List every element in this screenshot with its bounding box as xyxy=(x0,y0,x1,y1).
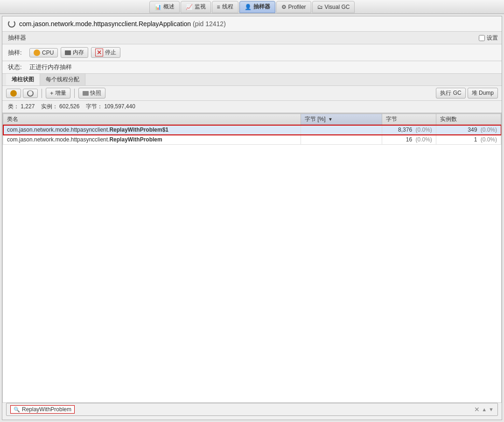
table-row[interactable]: com.jason.network.mode.httpasyncclient.R… xyxy=(3,125,501,135)
tab-bar: 📊 概述 📈 监视 ≡ 线程 👤 抽样器 ⚙ Profiler 🗂 Visual… xyxy=(0,0,504,14)
classes-label: 类： xyxy=(8,103,19,110)
profiler-icon: ⚙ xyxy=(281,4,287,10)
tab-monitor-label: 监视 xyxy=(195,3,206,11)
dump-label: 堆 Dump xyxy=(472,89,494,97)
row2-instances-value: 1 xyxy=(474,136,477,143)
pause-btn[interactable] xyxy=(6,89,21,98)
row1-bytes-pct-val: (0.0%) xyxy=(415,127,432,133)
row2-instances: 1 (0.0%) xyxy=(436,135,501,145)
stop-btn-label: 停止 xyxy=(105,49,116,56)
tab-overview-label: 概述 xyxy=(163,3,175,11)
bytes-label: 字节： xyxy=(86,103,103,110)
table-row[interactable]: com.jason.network.mode.httpasyncclient.R… xyxy=(3,135,501,145)
increase-label: 增量 xyxy=(55,89,66,97)
col-class-label: 类名 xyxy=(7,116,18,122)
sampler-toolbar-label: 抽样器 xyxy=(6,34,26,42)
col-header-bytes[interactable]: 字节 xyxy=(382,114,436,125)
gc-icon: 🗂 xyxy=(317,4,323,10)
classes-value: 1,227 xyxy=(21,103,35,110)
instances-value: 602,526 xyxy=(59,103,79,110)
row2-bytes: 16 (0.0%) xyxy=(382,135,436,145)
app-name: com.jason.network.mode.httpasyncclient.R… xyxy=(19,20,191,28)
bytes-value: 109,597,440 xyxy=(104,103,135,110)
stop-btn-icon: ✕ xyxy=(95,49,103,56)
sample-section: 抽样: CPU 内存 ✕ 停止 xyxy=(2,44,502,61)
row2-bytes-pct xyxy=(301,135,382,145)
snapshot-icon xyxy=(83,91,89,96)
divider xyxy=(42,89,42,98)
rotate-icon xyxy=(27,90,34,97)
data-table: 类名 字节 [%] ▼ 字节 实例数 xyxy=(3,113,501,145)
memory-btn-label: 内存 xyxy=(73,49,84,56)
settings-label: 设置 xyxy=(487,34,498,42)
snapshot-label: 快照 xyxy=(90,89,101,97)
action-left: + 增量 快照 xyxy=(6,88,105,98)
heap-histogram-label: 堆柱状图 xyxy=(12,76,34,83)
memory-btn-icon xyxy=(65,50,71,55)
tab-threads[interactable]: ≡ 线程 xyxy=(212,1,238,13)
divider2 xyxy=(74,89,75,98)
sampler-icon: 👤 xyxy=(245,4,252,10)
tab-sampler[interactable]: 👤 抽样器 xyxy=(239,1,275,13)
col-bytes-pct-label: 字节 [%] xyxy=(305,116,326,122)
gc-label: 执行 GC xyxy=(440,89,461,97)
monitor-icon: 📈 xyxy=(186,4,193,10)
memory-button[interactable]: 内存 xyxy=(61,47,88,58)
sample-label: 抽样: xyxy=(8,49,27,57)
bottom-right-controls: ✕ ▲ ▼ xyxy=(474,406,494,413)
tab-visual-gc[interactable]: 🗂 Visual GC xyxy=(312,1,355,13)
tab-monitor[interactable]: 📈 监视 xyxy=(181,1,211,13)
action-right: 执行 GC 堆 Dump xyxy=(436,88,498,98)
close-filter-icon[interactable]: ✕ xyxy=(474,406,480,413)
cpu-button[interactable]: CPU xyxy=(29,48,58,57)
col-instances-label: 实例数 xyxy=(440,116,457,122)
increase-btn[interactable]: + 增量 xyxy=(46,88,70,98)
cpu-btn-icon xyxy=(34,49,40,56)
chevron-down-icon[interactable]: ▼ xyxy=(489,407,494,412)
row1-bytes-pct xyxy=(301,125,382,135)
inner-tab-section: 堆柱状图 每个线程分配 xyxy=(2,74,502,86)
filter-icon: 🔍 xyxy=(14,407,20,413)
status-value: 正进行内存抽样 xyxy=(29,63,72,71)
row1-bytes: 8,376 (0.0%) xyxy=(382,125,436,135)
action-bar: + 增量 快照 执行 GC 堆 Dump xyxy=(2,86,502,101)
refresh-icon[interactable] xyxy=(8,20,15,28)
stats-row: 类： 1,227 实例： 602,526 字节： 109,597,440 xyxy=(2,101,502,113)
chevron-up-icon[interactable]: ▲ xyxy=(482,407,487,412)
tab-profiler-label: Profiler xyxy=(288,4,306,10)
settings-checkbox[interactable]: 设置 xyxy=(479,34,498,42)
stop-button[interactable]: ✕ 停止 xyxy=(91,47,120,58)
col-header-bytes-pct[interactable]: 字节 [%] ▼ xyxy=(301,114,382,125)
sort-arrow: ▼ xyxy=(328,117,333,122)
settings-check[interactable] xyxy=(479,35,485,41)
tab-sampler-label: 抽样器 xyxy=(253,3,270,11)
increase-icon: + xyxy=(50,90,54,97)
app-pid: (pid 12412) xyxy=(193,20,226,28)
dump-btn[interactable]: 堆 Dump xyxy=(468,88,498,98)
row1-class-prefix: com.jason.network.mode.httpasyncclient. xyxy=(7,127,109,133)
page-title: com.jason.network.mode.httpasyncclient.R… xyxy=(19,20,226,28)
snapshot-btn[interactable]: 快照 xyxy=(78,88,105,98)
gc-btn[interactable]: 执行 GC xyxy=(436,88,465,98)
rotate-btn[interactable] xyxy=(23,89,38,98)
col-header-instances[interactable]: 实例数 xyxy=(436,114,501,125)
tab-threads-label: 线程 xyxy=(222,3,233,11)
bottom-bar: 🔍 ReplayWithProblem ✕ ▲ ▼ xyxy=(6,403,498,416)
row2-class-suffix: ReplayWithProblem xyxy=(109,136,162,143)
row2-bytes-value: 16 xyxy=(406,136,412,143)
row1-instances-pct: (0.0%) xyxy=(481,127,497,133)
status-label: 状态: xyxy=(8,63,27,71)
tab-overview[interactable]: 📊 概述 xyxy=(149,1,180,13)
col-bytes-label: 字节 xyxy=(386,116,397,122)
tab-visual-gc-label: Visual GC xyxy=(325,4,350,10)
tab-heap-histogram[interactable]: 堆柱状图 xyxy=(6,74,40,85)
row2-instances-pct: (0.0%) xyxy=(481,136,497,143)
filter-text: ReplayWithProblem xyxy=(22,406,71,413)
threads-icon: ≡ xyxy=(217,4,220,10)
row1-instances-value: 349 xyxy=(468,127,477,133)
per-thread-label: 每个线程分配 xyxy=(46,76,79,83)
tab-per-thread[interactable]: 每个线程分配 xyxy=(40,74,85,85)
tab-profiler[interactable]: ⚙ Profiler xyxy=(276,1,311,13)
col-header-class[interactable]: 类名 xyxy=(3,114,301,125)
filter-display[interactable]: 🔍 ReplayWithProblem xyxy=(10,405,75,414)
